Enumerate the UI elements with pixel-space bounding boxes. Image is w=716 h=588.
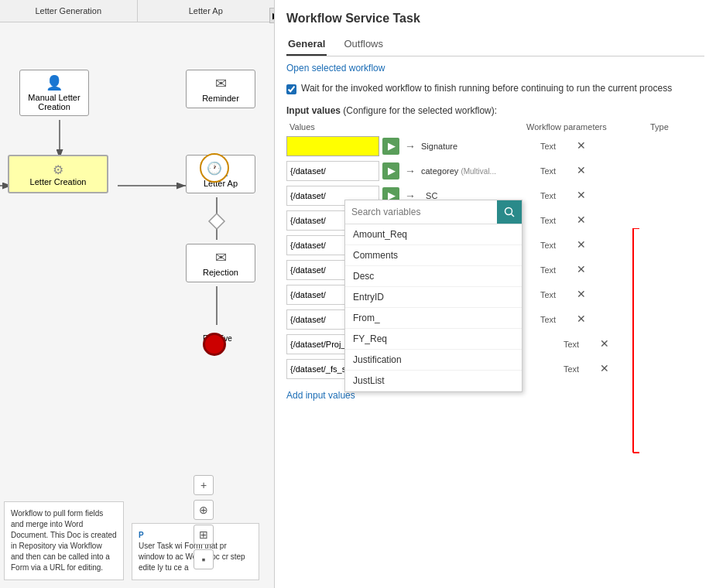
col-header-type: Type	[650, 122, 689, 132]
tab-letter-generation[interactable]: Letter Generation	[0, 0, 138, 22]
search-icon	[504, 207, 515, 217]
del-btn-9[interactable]: ✕	[598, 362, 612, 376]
tooltip-text-1: Workflow to pull form fields and merge i…	[11, 509, 117, 572]
dropdown-list: Amount_Req Comments Desc EntryID From_ F…	[345, 224, 522, 391]
type-label-5: Text	[540, 265, 571, 275]
col-header-values: Values	[289, 122, 526, 132]
arrow-btn-1[interactable]: ▶	[382, 162, 399, 179]
wait-checkbox[interactable]	[286, 84, 296, 94]
del-btn-3[interactable]: ✕	[574, 214, 588, 227]
node-label-rejection: Rejection	[203, 268, 238, 277]
envelope2-icon: ✉	[215, 249, 227, 266]
del-btn-1[interactable]: ✕	[574, 164, 588, 178]
dropdown-item-0[interactable]: Amount_Req	[345, 224, 522, 245]
end-event-circle	[203, 333, 226, 356]
del-btn-5[interactable]: ✕	[574, 263, 588, 277]
type-label-4: Text	[540, 241, 571, 250]
svg-line-8	[512, 214, 515, 217]
dropdown-item-1[interactable]: Comments	[345, 245, 522, 266]
dropdown-item-3[interactable]: EntryID	[345, 287, 522, 308]
tooltip-text-2: User Task wi Form that pr window to ac W…	[139, 542, 245, 572]
col-header-del	[689, 122, 704, 132]
type-label-3: Text	[540, 216, 571, 225]
del-btn-4[interactable]: ✕	[574, 238, 588, 252]
svg-marker-5	[209, 214, 224, 229]
type-label-8: Text	[564, 340, 594, 349]
svg-point-7	[505, 208, 512, 215]
checkbox-label: Wait for the invoked workflow to finish …	[301, 83, 672, 94]
panel-title: Workflow Service Task	[286, 12, 704, 26]
tooltip-workflow: Workflow to pull form fields and merge i…	[4, 501, 124, 580]
open-workflow-link[interactable]: Open selected workflow	[286, 63, 385, 74]
node-box-manual-letter: 👤 Manual Letter Creation	[19, 70, 89, 116]
param-name-1: categorey (Multival...	[421, 166, 537, 176]
param-name-0: Signature	[421, 142, 537, 151]
dropdown-item-4[interactable]: From_	[345, 308, 522, 329]
search-dropdown: Amount_Req Comments Desc EntryID From_ F…	[344, 200, 522, 392]
del-btn-7[interactable]: ✕	[574, 313, 588, 326]
input-values-note: (Configure for the selected workflow):	[343, 105, 497, 116]
col-header-params: Workflow parameters	[526, 122, 650, 132]
del-btn-0[interactable]: ✕	[574, 139, 588, 153]
del-btn-6[interactable]: ✕	[574, 288, 588, 302]
type-label-7: Text	[540, 315, 571, 324]
checkbox-row: Wait for the invoked workflow to finish …	[286, 83, 704, 94]
search-input[interactable]	[345, 200, 497, 224]
right-panel: Workflow Service Task General Outflows O…	[275, 0, 716, 588]
input-values-label: Input values (Configure for the selected…	[286, 105, 704, 116]
timer-circle: 🕐	[200, 153, 229, 183]
value-field-0[interactable]	[286, 136, 379, 156]
value-field-1[interactable]	[286, 161, 379, 181]
dropdown-item-5[interactable]: FY_Req	[345, 329, 522, 350]
arrow-btn-0[interactable]: ▶	[382, 138, 399, 155]
canvas-header: Letter Generation Letter Ap	[0, 0, 274, 22]
column-headers: Values Workflow parameters Type	[286, 122, 704, 132]
person-icon: 👤	[46, 74, 63, 91]
tab-bar: General Outflows	[286, 35, 704, 56]
workflow-canvas: Letter Generation Letter Ap 👤 Manual Let…	[0, 0, 275, 588]
dropdown-item-6[interactable]: Justification	[345, 350, 522, 371]
timer-icon: 🕐	[207, 161, 222, 176]
search-row	[345, 200, 522, 224]
fit-button[interactable]: ⊞	[194, 525, 214, 545]
node-label-reminder: Reminder	[202, 94, 239, 103]
type-label-2: Text	[540, 191, 571, 200]
tab-outflows[interactable]: Outflows	[342, 35, 385, 56]
node-label-letter-creation: Letter Creation	[30, 177, 87, 186]
node-letter-creation[interactable]: ⚙ Letter Creation	[8, 155, 108, 193]
arrow-right-1: →	[403, 165, 418, 177]
gear-icon: ⚙	[53, 162, 63, 177]
node-end-event[interactable]: End Eve	[203, 333, 232, 343]
type-label-1: Text	[540, 166, 571, 176]
del-btn-8[interactable]: ✕	[598, 337, 612, 351]
layout-button[interactable]: ▪	[194, 549, 214, 569]
collapse-button[interactable]: ▶	[269, 8, 275, 23]
input-row-1: ▶ → categorey (Multival... Text ✕	[286, 161, 704, 181]
envelope-icon: ✉	[215, 75, 227, 92]
node-box-letter-creation: ⚙ Letter Creation	[8, 155, 108, 193]
input-row-0: ▶ → Signature Text ✕	[286, 136, 704, 156]
node-reminder[interactable]: ✉ Reminder	[186, 70, 255, 108]
arrow-right-0: →	[403, 140, 418, 152]
add-button[interactable]: +	[194, 475, 214, 495]
dropdown-item-7[interactable]: JustList	[345, 371, 522, 391]
type-label-9: Text	[564, 364, 594, 374]
search-button[interactable]	[497, 200, 522, 224]
tab-general[interactable]: General	[286, 35, 327, 56]
node-manual-letter[interactable]: 👤 Manual Letter Creation	[19, 70, 89, 116]
del-btn-2[interactable]: ✕	[574, 189, 588, 203]
node-label-manual-letter: Manual Letter Creation	[24, 93, 84, 111]
type-label-0: Text	[540, 142, 571, 151]
node-rejection[interactable]: ✉ Rejection	[186, 244, 255, 282]
type-label-6: Text	[540, 290, 571, 299]
node-box-rejection: ✉ Rejection	[186, 244, 255, 282]
node-box-reminder: ✉ Reminder	[186, 70, 255, 108]
dropdown-item-2[interactable]: Desc	[345, 266, 522, 287]
zoom-button[interactable]: ⊕	[194, 500, 214, 520]
tab-letter-ap[interactable]: Letter Ap	[138, 0, 275, 22]
